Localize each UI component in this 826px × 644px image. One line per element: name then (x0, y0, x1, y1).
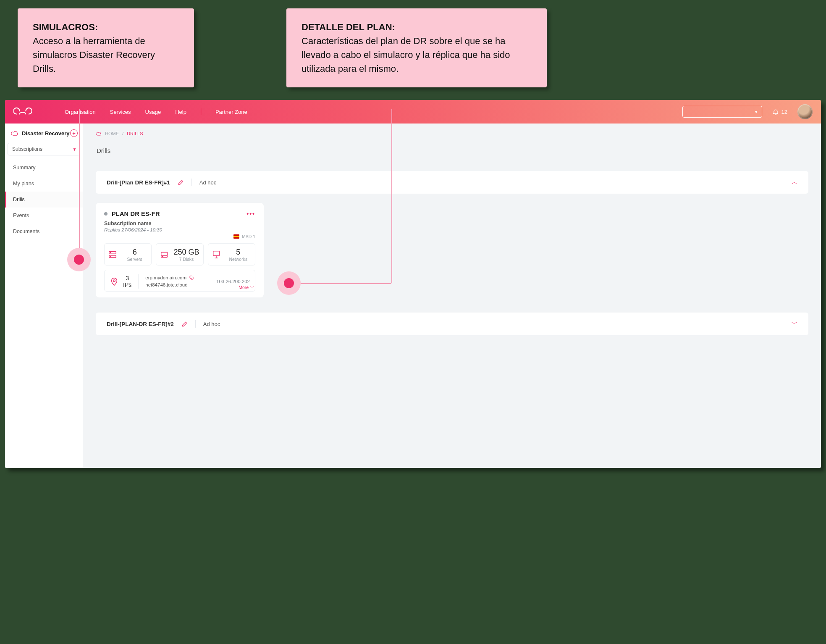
stat-value: 250 GB (173, 248, 199, 257)
chevron-down-icon: ▼ (69, 143, 80, 155)
location-badge: MAD 1 (233, 234, 255, 239)
topbar: Organisation Services Usage Help Partner… (5, 100, 821, 124)
chevron-down-icon: ▾ (755, 109, 758, 115)
cloud-icon (11, 130, 18, 137)
breadcrumb-sep: / (122, 131, 123, 136)
divider (195, 320, 196, 328)
sidebar-item-label: Drills (13, 197, 25, 202)
sidebar-item-label: Documents (13, 229, 39, 234)
network-icon (212, 250, 221, 259)
app-frame: Organisation Services Usage Help Partner… (5, 100, 821, 468)
stat-storage: 250 GB 7 Disks (156, 243, 203, 265)
sidebar-item-label: Summary (13, 165, 35, 171)
drill-name: Drill-[Plan DR ES-FR]#1 (107, 179, 170, 186)
stat-value: 3 (123, 275, 131, 281)
sidebar-item-my-plans[interactable]: My plans (5, 176, 83, 192)
annotation-stem (79, 109, 80, 260)
brand-logo[interactable] (13, 106, 32, 118)
breadcrumb-home[interactable]: HOME (105, 131, 119, 136)
expand-icon[interactable]: ﹀ (792, 320, 797, 328)
annotation-stem (391, 109, 392, 283)
nav-usage[interactable]: Usage (145, 109, 161, 115)
copy-icon[interactable] (189, 275, 194, 280)
drill-row[interactable]: Drill-[PLAN-DR ES-FR]#2 Ad hoc ﹀ (96, 313, 808, 335)
nav-divider (201, 108, 201, 115)
plan-detail-card: PLAN DR ES-FR ••• Subscription name Repl… (96, 203, 264, 297)
nav-help[interactable]: Help (175, 109, 186, 115)
bell-icon (772, 108, 779, 115)
notifications-button[interactable]: 12 (772, 108, 787, 115)
stat-value: 5 (225, 248, 252, 257)
plan-name: PLAN DR ES-FR (112, 210, 160, 217)
subscriptions-label: Subscriptions (12, 146, 42, 152)
sidebar-item-label: My plans (13, 181, 34, 187)
svg-rect-6 (213, 251, 219, 256)
callout-title: SIMULACROS: (33, 22, 98, 32)
drill-row[interactable]: Drill-[Plan DR ES-FR]#1 Ad hoc ︿ (96, 171, 808, 194)
notifications-count: 12 (781, 109, 787, 115)
sidebar-title: Disaster Recovery (22, 130, 69, 137)
stat-ips: 3 IPs (110, 275, 131, 288)
location-label: MAD 1 (242, 234, 255, 239)
stat-networks: 5 Networks (208, 243, 255, 265)
edit-icon[interactable] (178, 179, 184, 186)
primary-nav: Organisation Services Usage Help Partner… (65, 108, 247, 115)
collapse-icon[interactable]: ︿ (792, 179, 797, 186)
stat-label: Servers (121, 257, 148, 262)
subscriptions-selector[interactable]: Subscriptions ▼ (8, 143, 80, 155)
divider (191, 179, 192, 186)
drill-mode: Ad hoc (199, 179, 216, 186)
callout-body: Características del plan de DR sobre el … (302, 36, 510, 74)
annotation-stem (299, 283, 391, 284)
breadcrumb-current: DRILLS (127, 131, 143, 136)
server-icon (108, 250, 117, 259)
ip-pin-icon (110, 277, 119, 286)
nav-organisation[interactable]: Organisation (65, 109, 96, 115)
status-dot (104, 212, 108, 216)
callout-body: Acceso a la herramienta de simulacros Di… (33, 36, 155, 74)
divider (138, 274, 139, 289)
svg-point-2 (110, 252, 111, 253)
nav-partner-zone[interactable]: Partner Zone (215, 109, 247, 115)
stat-value: 6 (121, 248, 148, 257)
replica-timestamp: Replica 27/06/2024 - 10:30 (104, 227, 255, 232)
add-button[interactable]: + (70, 129, 78, 137)
sidebar-item-documents[interactable]: Documents (5, 223, 83, 239)
flag-es-icon (233, 234, 239, 239)
ip-address: 103.26.200.202 (216, 279, 250, 284)
stat-label: IPs (123, 281, 131, 288)
callout-title: DETALLE DEL PLAN: (302, 22, 395, 32)
main-content: HOME / DRILLS Drills Drill-[Plan DR ES-F… (83, 124, 821, 468)
context-selector[interactable]: ▾ (682, 106, 762, 118)
domain-primary: erp.mydomain.com (145, 274, 186, 281)
chevron-down-icon: ﹀ (250, 285, 254, 290)
sidebar-item-drills[interactable]: Drills (5, 192, 83, 208)
disk-icon (160, 250, 169, 259)
page-title: Drills (97, 147, 808, 154)
breadcrumb: HOME / DRILLS (96, 131, 808, 136)
sidebar-item-summary[interactable]: Summary (5, 160, 83, 176)
cloud-icon (96, 131, 102, 136)
callout-detalle-plan: DETALLE DEL PLAN: Características del pl… (286, 8, 547, 87)
callout-simulacros: SIMULACROS: Acceso a la herramienta de s… (18, 8, 194, 87)
svg-point-3 (110, 256, 111, 257)
stat-servers: 6 Servers (104, 243, 152, 265)
svg-point-5 (163, 256, 163, 257)
drill-name: Drill-[PLAN-DR ES-FR]#2 (107, 321, 174, 327)
subscription-name: Subscription name (104, 221, 255, 226)
edit-icon[interactable] (181, 321, 188, 327)
stat-label: 7 Disks (173, 257, 199, 262)
svg-point-7 (113, 280, 115, 282)
drill-mode: Ad hoc (203, 321, 220, 327)
domain-secondary: net84746.jote.cloud (145, 281, 194, 289)
more-menu-button[interactable]: ••• (246, 210, 255, 217)
stat-label: Networks (225, 257, 252, 262)
more-link[interactable]: More ﹀ (239, 285, 254, 291)
nav-services[interactable]: Services (110, 109, 131, 115)
avatar[interactable] (797, 104, 813, 119)
sidebar-item-label: Events (13, 213, 29, 218)
sidebar: Disaster Recovery + Subscriptions ▼ Summ… (5, 124, 83, 468)
sidebar-item-events[interactable]: Events (5, 208, 83, 223)
